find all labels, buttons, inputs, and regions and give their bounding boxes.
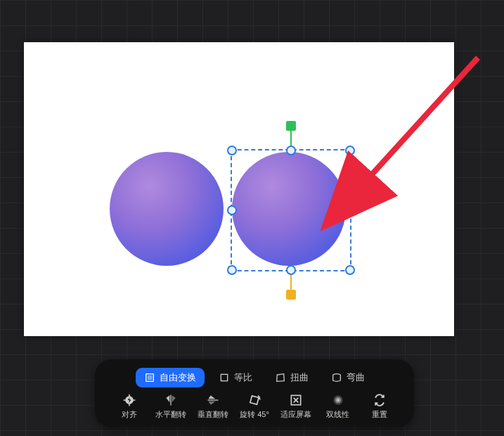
fit-screen-icon [289, 393, 303, 407]
rotation-handle[interactable] [286, 121, 296, 131]
canvas[interactable] [24, 42, 454, 336]
skew-line [290, 270, 292, 291]
align-icon [122, 393, 136, 407]
tab-label: 自由变换 [160, 371, 196, 384]
handle-top-right[interactable] [345, 146, 355, 155]
handle-bot-mid[interactable] [286, 265, 296, 275]
handle-top-left[interactable] [227, 146, 237, 155]
transform-toolbar: 自由变换 等比 扭曲 弯曲 对齐 水平翻转 垂直翻转 旋转 45 [95, 359, 414, 427]
handle-mid-right[interactable] [345, 205, 355, 215]
tab-label: 弯曲 [347, 371, 365, 384]
tool-label: 双线性 [326, 409, 349, 420]
tab-distort[interactable]: 扭曲 [266, 368, 317, 387]
tool-flip-horizontal[interactable]: 水平翻转 [152, 393, 190, 420]
svg-rect-5 [250, 396, 259, 404]
tab-constrain[interactable]: 等比 [210, 368, 261, 387]
tool-label: 对齐 [122, 409, 137, 420]
tool-fit-screen[interactable]: 适应屏幕 [277, 393, 315, 420]
distort-icon [275, 372, 286, 383]
tool-label: 旋转 45° [240, 409, 269, 420]
rotate-icon [247, 393, 261, 407]
tool-label: 重置 [372, 409, 387, 420]
tool-align[interactable]: 对齐 [110, 393, 148, 420]
transform-tools: 对齐 水平翻转 垂直翻转 旋转 45° 适应屏幕 双线性 重置 [95, 390, 414, 420]
tool-label: 水平翻转 [155, 409, 186, 420]
warp-icon [331, 372, 342, 383]
flip-horizontal-icon [164, 393, 178, 407]
bilinear-icon [331, 393, 345, 407]
skew-handle[interactable] [286, 290, 296, 300]
shape-circle-2[interactable] [232, 152, 346, 266]
constrain-icon [219, 372, 230, 383]
svg-point-9 [337, 399, 339, 401]
svg-rect-2 [148, 376, 151, 379]
tab-free-transform[interactable]: 自由变换 [136, 368, 205, 387]
tool-flip-vertical[interactable]: 垂直翻转 [194, 393, 232, 420]
tool-bilinear[interactable]: 双线性 [319, 393, 357, 420]
tab-label: 扭曲 [290, 371, 309, 384]
tab-warp[interactable]: 弯曲 [323, 368, 373, 387]
free-transform-icon [144, 372, 155, 383]
tool-label: 垂直翻转 [198, 409, 228, 420]
flip-vertical-icon [206, 393, 220, 407]
transform-tabs: 自由变换 等比 扭曲 弯曲 [95, 359, 414, 390]
handle-bot-left[interactable] [227, 265, 237, 275]
tool-label: 适应屏幕 [280, 409, 311, 420]
tool-reset[interactable]: 重置 [361, 393, 399, 420]
shape-circle-1[interactable] [110, 152, 224, 266]
reset-icon [373, 393, 387, 407]
svg-rect-3 [221, 374, 227, 380]
handle-bot-right[interactable] [345, 265, 355, 275]
rotation-line [290, 129, 292, 150]
tab-label: 等比 [234, 371, 252, 384]
tool-rotate-45[interactable]: 旋转 45° [235, 393, 273, 420]
